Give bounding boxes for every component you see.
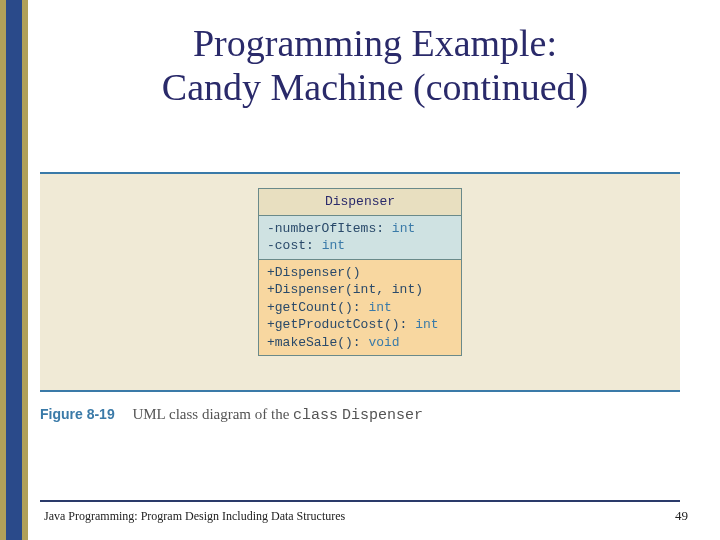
uml-fields-compartment: -numberOfItems: int -cost: int bbox=[259, 216, 461, 260]
uml-field: -numberOfItems: bbox=[267, 221, 384, 236]
figure-caption: Figure 8-19 UML class diagram of the cla… bbox=[40, 406, 423, 424]
figure-background: Dispenser -numberOfItems: int -cost: int… bbox=[40, 172, 680, 392]
uml-class-name: Dispenser bbox=[259, 189, 461, 216]
title-line-2: Candy Machine (continued) bbox=[162, 66, 588, 108]
uml-method: +getProductCost(): bbox=[267, 317, 407, 332]
uml-field-type: int bbox=[322, 238, 345, 253]
uml-method: +Dispenser(int, int) bbox=[267, 282, 423, 297]
caption-mono-class: class bbox=[293, 407, 338, 424]
uml-return-type: int bbox=[415, 317, 438, 332]
uml-class-diagram: Dispenser -numberOfItems: int -cost: int… bbox=[258, 188, 462, 356]
caption-mono-name: Dispenser bbox=[342, 407, 423, 424]
uml-methods-compartment: +Dispenser() +Dispenser(int, int) +getCo… bbox=[259, 260, 461, 356]
figure-label: Figure 8-19 bbox=[40, 406, 115, 422]
caption-text: UML class diagram of the bbox=[132, 406, 293, 422]
uml-method: +makeSale(): bbox=[267, 335, 361, 350]
uml-return-type: void bbox=[368, 335, 399, 350]
footer-text: Java Programming: Program Design Includi… bbox=[44, 509, 345, 524]
uml-field-type: int bbox=[392, 221, 415, 236]
title-line-1: Programming Example: bbox=[193, 22, 557, 64]
footer-divider bbox=[40, 500, 680, 502]
uml-field: -cost: bbox=[267, 238, 314, 253]
slide: Programming Example: Candy Machine (cont… bbox=[0, 0, 720, 540]
uml-method: +getCount(): bbox=[267, 300, 361, 315]
page-number: 49 bbox=[675, 508, 688, 524]
uml-return-type: int bbox=[368, 300, 391, 315]
slide-title: Programming Example: Candy Machine (cont… bbox=[60, 22, 690, 109]
content-area: Dispenser -numberOfItems: int -cost: int… bbox=[40, 172, 680, 452]
uml-method: +Dispenser() bbox=[267, 265, 361, 280]
left-stripe-blue bbox=[6, 0, 22, 540]
